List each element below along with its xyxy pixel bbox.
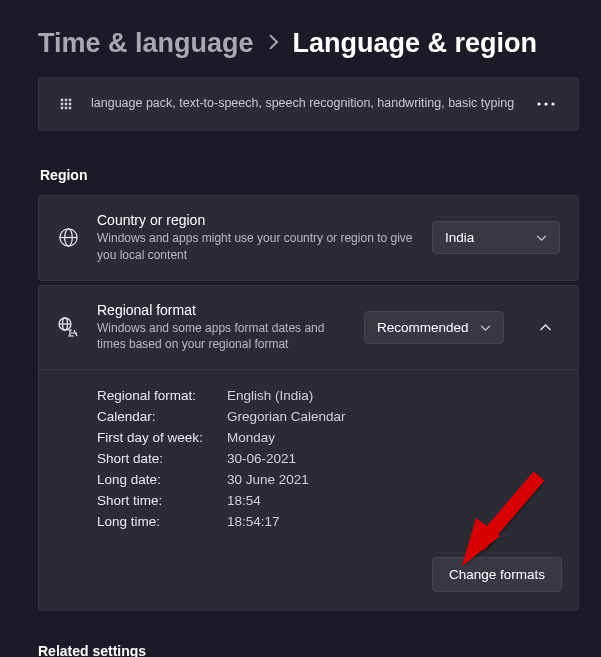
breadcrumb: Time & language Language & region	[38, 28, 579, 59]
regional-format-description: Windows and some apps format dates and t…	[97, 320, 346, 354]
regional-format-title: Regional format	[97, 302, 346, 318]
change-formats-button[interactable]: Change formats	[432, 557, 562, 592]
regional-selected-value: Recommended	[377, 320, 469, 335]
svg-point-0	[61, 99, 64, 102]
chevron-right-icon	[268, 34, 279, 53]
detail-label: Regional format:	[97, 388, 227, 403]
svg-point-9	[537, 102, 540, 105]
globe-icon	[57, 227, 79, 249]
svg-point-5	[69, 103, 72, 106]
detail-value: 30 June 2021	[227, 472, 309, 487]
drag-handle-icon[interactable]	[57, 95, 75, 113]
country-dropdown[interactable]: India	[432, 221, 560, 254]
regional-format-dropdown[interactable]: Recommended	[364, 311, 504, 344]
breadcrumb-current: Language & region	[293, 28, 538, 59]
svg-point-8	[69, 107, 72, 110]
detail-value: Gregorian Calendar	[227, 409, 346, 424]
chevron-down-icon	[536, 230, 547, 245]
detail-value: English (India)	[227, 388, 313, 403]
related-settings-title: Related settings	[38, 643, 579, 657]
chevron-down-icon	[480, 320, 491, 335]
country-title: Country or region	[97, 212, 414, 228]
svg-point-4	[65, 103, 68, 106]
svg-point-6	[61, 107, 64, 110]
language-pack-card: language pack, text-to-speech, speech re…	[38, 77, 579, 131]
svg-point-1	[65, 99, 68, 102]
regional-format-card: Regional format Windows and some apps fo…	[38, 285, 579, 612]
detail-label: Short time:	[97, 493, 227, 508]
svg-point-10	[544, 102, 547, 105]
breadcrumb-parent[interactable]: Time & language	[38, 28, 254, 59]
region-section-title: Region	[40, 167, 579, 183]
svg-point-11	[551, 102, 554, 105]
detail-label: First day of week:	[97, 430, 227, 445]
country-description: Windows and apps might use your country …	[97, 230, 414, 264]
svg-point-3	[61, 103, 64, 106]
chevron-up-icon	[539, 319, 552, 335]
detail-value: 18:54:17	[227, 514, 280, 529]
detail-value: Monday	[227, 430, 275, 445]
country-selected-value: India	[445, 230, 474, 245]
language-pack-description: language pack, text-to-speech, speech re…	[91, 95, 516, 113]
detail-value: 30-06-2021	[227, 451, 296, 466]
more-options-button[interactable]	[532, 90, 560, 118]
regional-details-panel: Regional format:English (India) Calendar…	[39, 369, 578, 610]
detail-label: Long date:	[97, 472, 227, 487]
language-globe-icon	[57, 316, 79, 338]
detail-label: Short date:	[97, 451, 227, 466]
collapse-button[interactable]	[530, 312, 560, 342]
detail-value: 18:54	[227, 493, 261, 508]
detail-label: Long time:	[97, 514, 227, 529]
detail-label: Calendar:	[97, 409, 227, 424]
country-region-card: Country or region Windows and apps might…	[38, 195, 579, 281]
svg-point-2	[69, 99, 72, 102]
svg-point-7	[65, 107, 68, 110]
